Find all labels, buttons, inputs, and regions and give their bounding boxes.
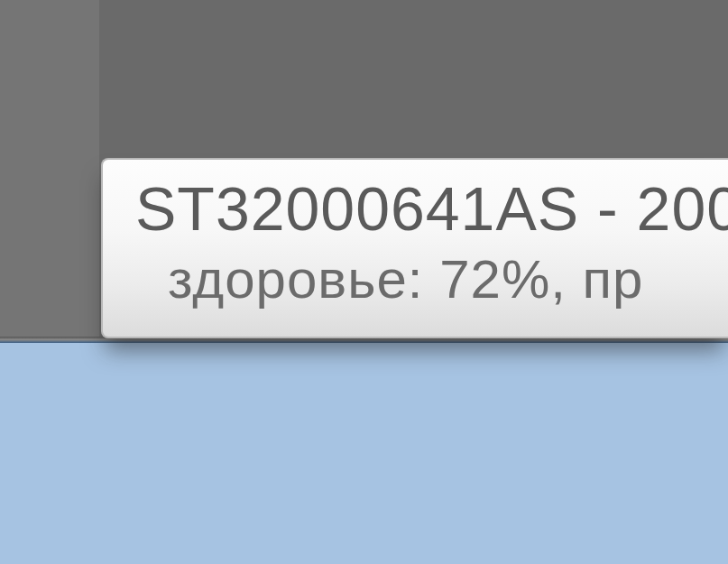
health-value: 72%, (439, 249, 567, 310)
drive-status-tooltip: ST32000641AS - 2000 здоровье: 72%, пр (101, 158, 728, 338)
health-label: здоровье: (168, 249, 423, 310)
background-bottom (0, 343, 728, 564)
drive-health-line: здоровье: 72%, пр (135, 247, 728, 312)
background-top-left-strip (0, 0, 99, 343)
drive-model-title: ST32000641AS - 2000 (135, 171, 728, 247)
health-trailing-text: пр (583, 249, 644, 310)
